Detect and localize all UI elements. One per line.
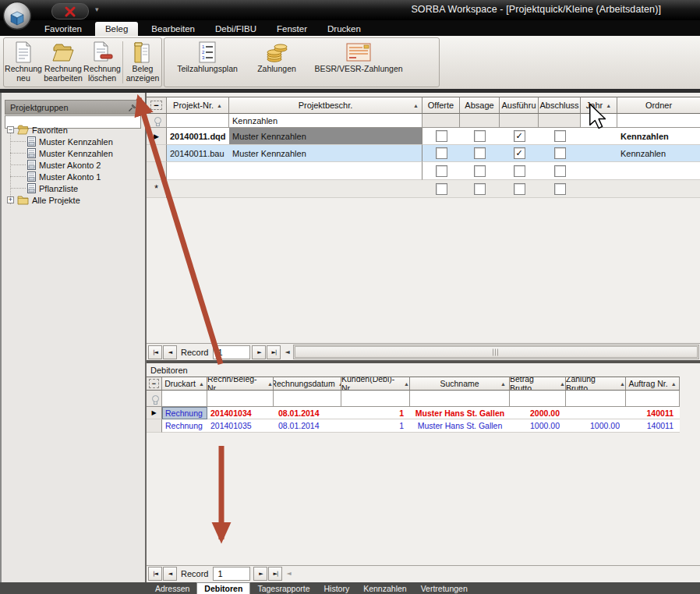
table-row[interactable] (147, 162, 700, 180)
column-header-betrag-brutto[interactable]: Betrag Brutto▲ (510, 377, 566, 391)
column-header-zahlung-brutto[interactable]: Zahlung Brutto▲ (566, 377, 626, 391)
filter-auftrag-nr[interactable] (626, 391, 680, 407)
horizontal-scrollbar[interactable] (293, 345, 699, 359)
tab-debitoren[interactable]: Debitoren (196, 582, 250, 594)
tree-item-muster-akonto-1[interactable]: Muster Akonto 1 (27, 171, 101, 182)
next-record-button[interactable]: ► (253, 567, 267, 581)
projektgruppen-header[interactable]: Projektgruppen (5, 100, 141, 115)
offerte-checkbox[interactable] (436, 130, 447, 142)
first-record-button[interactable]: |◄ (148, 567, 162, 581)
cell-projektbeschr[interactable] (229, 180, 422, 198)
cell-rechn-beleg-nr[interactable]: 201401034 (207, 407, 274, 419)
filter-suchname[interactable] (410, 391, 510, 407)
filter-absage[interactable] (460, 114, 500, 128)
ausfuehrung-checkbox[interactable] (514, 130, 525, 142)
cell-suchname[interactable]: Muster Hans St. Gallen (410, 419, 510, 433)
row-selector[interactable]: ▶ (147, 128, 167, 145)
cell-ausfuehrung[interactable] (500, 180, 539, 198)
tab-vertretungen[interactable]: Vertretungen (414, 582, 475, 594)
filter-rechn-beleg-nr[interactable] (207, 391, 274, 407)
filter-abschluss[interactable] (539, 114, 581, 128)
table-row[interactable]: ▶ 20140011.dqd Muster Kennzahlen Kennzah… (147, 128, 700, 145)
cell-ausfuehrung[interactable] (500, 162, 539, 180)
column-header-rechnungsdatum[interactable]: Rechnungsdatum▲ (274, 377, 341, 391)
teilzahlungsplan-button[interactable]: 123 Teilzahlungsplan (164, 38, 250, 87)
filter-offerte[interactable] (422, 114, 460, 128)
cell-betrag-brutto[interactable]: 1000.00 (510, 419, 566, 433)
cell-projekt-nr[interactable]: 20140011.dqd (167, 128, 229, 145)
table-row[interactable]: ▶ Rechnung 201401034 08.01.2014 1 Muster… (147, 407, 680, 419)
cell-absage[interactable] (460, 145, 500, 162)
table-row[interactable]: 20140011.bau Muster Kennzahlen Kennzahle… (147, 145, 700, 162)
pushpin-icon[interactable] (128, 104, 136, 112)
cell-offerte[interactable] (422, 180, 460, 198)
last-record-button[interactable]: ►| (267, 345, 281, 359)
cell-druckart[interactable]: Rechnung (162, 407, 207, 419)
cell-rechnungsdatum[interactable]: 08.01.2014 (274, 419, 341, 433)
cell-absage[interactable] (460, 128, 500, 145)
abschluss-checkbox[interactable] (554, 147, 566, 159)
column-header-ausfuehrung[interactable]: Ausführu (500, 97, 539, 114)
column-header-kunden-nr[interactable]: Kunden(Debi)-Nr▲ (341, 377, 410, 391)
quick-access-dropdown-arrow[interactable]: ▾ (95, 5, 99, 13)
cell-ordner[interactable]: Kennzahlen (617, 145, 700, 162)
filter-ausfuehrung[interactable] (500, 114, 539, 128)
tree-item-muster-kennzahlen-1[interactable]: Muster Kennzahlen (27, 136, 113, 147)
filter-projekt-nr[interactable] (167, 114, 229, 128)
scroll-left-arrow[interactable]: ◄ (286, 570, 291, 577)
rechnung-bearbeiten-button[interactable]: Rechnung bearbeiten (43, 38, 83, 87)
tab-beleg[interactable]: Beleg (95, 22, 138, 36)
cell-auftrag-nr[interactable]: 140011 (626, 407, 680, 419)
tree-item-favoriten[interactable]: − Favoriten (7, 124, 68, 136)
cell-kunden-nr[interactable]: 1 (341, 419, 410, 433)
cell-rechn-beleg-nr[interactable]: 201401035 (207, 419, 274, 433)
tree-item-muster-kennzahlen-2[interactable]: Muster Kennzahlen (27, 147, 113, 159)
cell-projektbeschr[interactable] (229, 162, 422, 180)
cell-druckart[interactable]: Rechnung (162, 419, 207, 433)
column-header-offerte[interactable]: Offerte (422, 97, 460, 114)
abschluss-checkbox[interactable] (554, 183, 566, 195)
absage-checkbox[interactable] (474, 130, 486, 142)
offerte-checkbox[interactable] (436, 183, 447, 195)
record-number-field[interactable]: 1 (213, 345, 250, 359)
row-selector[interactable]: ▶ (147, 407, 162, 419)
cell-ordner[interactable] (617, 162, 700, 180)
filter-betrag-brutto[interactable] (510, 391, 566, 407)
new-row[interactable]: * (147, 180, 700, 198)
cell-suchname[interactable]: Muster Hans St. Gallen (410, 407, 510, 419)
tab-fenster[interactable]: Fenster (267, 22, 317, 36)
cell-jahr[interactable] (581, 180, 617, 198)
ausfuehrung-checkbox[interactable] (514, 183, 525, 195)
column-header-ordner[interactable]: Ordner (617, 97, 700, 114)
zahlungen-button[interactable]: Zahlungen (250, 38, 303, 87)
cell-jahr[interactable] (581, 162, 617, 180)
ausfuehrung-checkbox[interactable] (514, 147, 525, 159)
beleg-anzeigen-button[interactable]: Beleg anzeigen (125, 38, 161, 87)
tab-kennzahlen[interactable]: Kennzahlen (356, 582, 413, 594)
cell-kunden-nr[interactable]: 1 (341, 407, 410, 419)
column-header-jahr[interactable]: Jahr▲ (581, 97, 617, 114)
cell-auftrag-nr[interactable]: 140011 (626, 419, 680, 433)
cell-abschluss[interactable] (539, 145, 581, 162)
filter-projektbeschr[interactable]: Kennzahlen (229, 114, 422, 128)
record-number-field[interactable]: 1 (213, 567, 250, 581)
rechnung-neu-button[interactable]: Rechnung neu (4, 38, 43, 87)
filter-rechnungsdatum[interactable] (274, 391, 341, 407)
cell-offerte[interactable] (422, 162, 460, 180)
rechnung-loeschen-button[interactable]: Rechnung löschen (83, 38, 121, 87)
absage-checkbox[interactable] (474, 165, 486, 177)
absage-checkbox[interactable] (474, 147, 486, 159)
row-selector[interactable] (147, 419, 162, 433)
cell-zahlung-brutto[interactable]: 1000.00 (566, 419, 626, 433)
application-menu-button[interactable] (2, 1, 32, 30)
cell-ausfuehrung[interactable] (500, 128, 539, 145)
cell-projekt-nr[interactable]: 20140011.bau (167, 145, 229, 162)
column-header-absage[interactable]: Absage (460, 97, 500, 114)
cell-betrag-brutto[interactable]: 2000.00 (510, 407, 566, 419)
row-selector[interactable] (147, 145, 167, 162)
cell-projekt-nr[interactable] (167, 180, 229, 198)
select-all-button[interactable]: − (147, 377, 162, 391)
column-header-abschluss[interactable]: Abschluss (539, 97, 581, 114)
tab-history[interactable]: History (317, 582, 357, 594)
filter-druckart[interactable] (162, 391, 207, 407)
